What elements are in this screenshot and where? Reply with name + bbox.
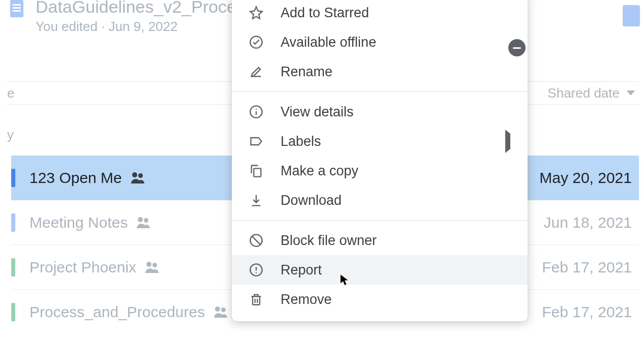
file-name: Meeting Notes: [29, 214, 128, 231]
menu-item-label: Make a copy: [281, 163, 358, 179]
menu-item-available-offline[interactable]: Available offline: [232, 27, 528, 57]
doc-icon: [11, 213, 15, 232]
menu-item-make-a-copy[interactable]: Make a copy: [232, 156, 528, 186]
menu-item-label: View details: [281, 104, 354, 120]
check-circle-icon: [249, 35, 263, 49]
shared-icon: [145, 262, 161, 273]
svg-point-9: [256, 272, 257, 273]
trash-icon: [249, 292, 263, 307]
block-icon: [249, 233, 263, 248]
menu-item-report[interactable]: Report: [232, 255, 528, 285]
pencil-icon: [249, 65, 263, 79]
menu-separator: [232, 91, 528, 92]
menu-item-label: Report: [281, 262, 322, 278]
menu-item-label: Download: [281, 193, 342, 208]
svg-point-3: [256, 109, 257, 110]
chevron-right-icon: [505, 130, 510, 153]
menu-item-add-to-starred[interactable]: Add to Starred: [232, 0, 528, 27]
file-date: Jun 18, 2021: [544, 214, 639, 231]
shared-icon: [137, 217, 152, 228]
column-header-shared-date[interactable]: Shared date: [547, 85, 620, 101]
file-name: 123 Open Me: [29, 169, 122, 187]
menu-item-download[interactable]: Download: [232, 186, 528, 215]
info-icon: [249, 105, 263, 119]
menu-separator: [232, 220, 528, 221]
file-date: Feb 17, 2021: [542, 259, 639, 276]
chevron-down-icon[interactable]: [627, 90, 635, 96]
doc-icon: [11, 303, 15, 321]
menu-item-block-owner[interactable]: Block file owner: [232, 226, 528, 255]
menu-item-label: Available offline: [281, 35, 376, 50]
svg-line-6: [252, 236, 260, 244]
menu-item-remove[interactable]: Remove: [232, 285, 528, 314]
svg-rect-4: [254, 168, 261, 176]
menu-item-label: Labels: [281, 134, 321, 149]
star-icon: [249, 6, 263, 20]
file-date: May 20, 2021: [539, 169, 639, 187]
file-name: Project Phoenix: [29, 259, 136, 276]
context-menu: Add to Starred Available offline Rename …: [232, 0, 528, 321]
doc-icon: [10, 0, 23, 17]
group-label-fragment: y: [7, 127, 14, 143]
doc-icon: [11, 169, 15, 187]
copy-icon: [249, 164, 263, 178]
menu-item-rename[interactable]: Rename: [232, 57, 528, 86]
doc-icon: [623, 5, 640, 26]
menu-item-label: Block file owner: [281, 233, 377, 249]
menu-item-label: Remove: [281, 292, 332, 308]
shared-icon: [131, 172, 146, 183]
svg-rect-10: [253, 296, 260, 304]
menu-item-label: Add to Starred: [281, 5, 369, 21]
label-icon: [249, 134, 263, 148]
shared-icon: [214, 307, 229, 318]
file-name: Process_and_Procedures: [29, 303, 205, 321]
download-icon: [249, 193, 263, 207]
alert-icon: [249, 263, 263, 277]
menu-item-labels[interactable]: Labels: [232, 127, 528, 156]
menu-item-view-details[interactable]: View details: [232, 97, 528, 127]
column-header-name-fragment: e: [7, 85, 14, 101]
menu-item-label: Rename: [281, 64, 332, 80]
doc-icon: [11, 258, 15, 277]
file-date: Feb 17, 2021: [542, 303, 639, 321]
